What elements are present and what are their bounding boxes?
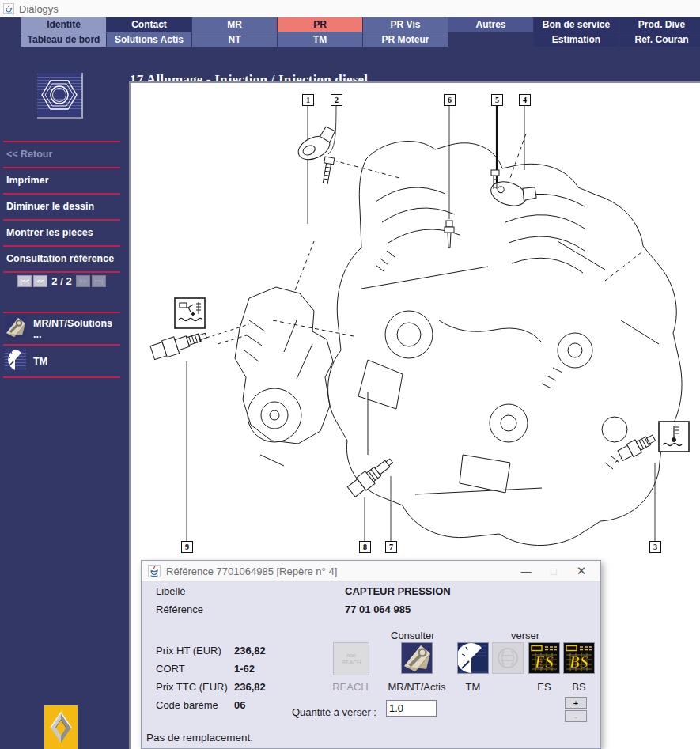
bs-button[interactable]: BS — [563, 642, 595, 674]
shortcut-tm-label: TM — [33, 356, 47, 367]
pager-page-label: 2 / 2 — [51, 275, 71, 287]
prix-ht-label: Prix HT (EUR) — [156, 645, 221, 656]
tab-contact[interactable]: Contact — [107, 17, 191, 32]
code-bareme-value: 06 — [234, 699, 245, 711]
sidebar-item-imprimer[interactable]: Imprimer — [3, 167, 120, 193]
tab-tm[interactable]: TM — [278, 32, 362, 47]
tab-estimation[interactable]: Estimation — [534, 32, 619, 47]
dialog-titlebar[interactable]: Référence 7701064985 [Repère n° 4] — □ ✕ — [142, 561, 600, 582]
tab-ref-courantes[interactable]: Ref. Couran — [619, 32, 700, 47]
tm-gauge-button[interactable] — [457, 642, 489, 674]
reach-button-inner-text: non REACH — [339, 652, 363, 666]
prix-ht-value: 236,82 — [234, 645, 266, 656]
callout-2[interactable]: 2 — [331, 94, 342, 106]
callout-4[interactable]: 4 — [519, 94, 531, 106]
bs-label: BS — [563, 681, 595, 693]
tab-prod-divers[interactable]: Prod. Dive — [619, 17, 700, 32]
java-app-icon — [3, 3, 14, 14]
minimize-button[interactable]: — — [515, 566, 537, 577]
replacement-note: Pas de remplacement. — [146, 732, 253, 743]
sidebar-item-retour[interactable]: << Retour — [3, 141, 120, 167]
reference-value: 77 01 064 985 — [345, 603, 411, 615]
dialog-body: Libellé CAPTEUR PRESSION Référence 77 01… — [142, 582, 600, 748]
dialogys-app: Dialogys Identité Contact MR PR PR Vis A… — [0, 0, 700, 749]
tab-tableau-de-bord[interactable]: Tableau de bord — [21, 32, 106, 47]
cort-label: CORT — [156, 663, 185, 675]
reference-label: Référence — [156, 603, 203, 615]
tab-pr-moteur[interactable]: PR Moteur — [363, 32, 448, 47]
shortcut-mrnt-label: MR/NT/Solutions ... — [33, 318, 120, 340]
libelle-value: CAPTEUR PRESSION — [345, 585, 451, 597]
callout-8[interactable]: 8 — [359, 541, 371, 553]
sidebar-item-tm[interactable]: TM — [3, 344, 120, 378]
gauge-icon — [458, 643, 488, 673]
es-label: ES — [528, 681, 560, 693]
tab-pr-vis[interactable]: PR Vis — [363, 17, 448, 32]
tab-solutions-actis[interactable]: Solutions Actis — [107, 32, 191, 47]
callout-9[interactable]: 9 — [181, 541, 193, 553]
gauge-icon — [5, 349, 26, 373]
pager-next-button[interactable]: >> — [76, 275, 90, 287]
sidebar-item-consultation-reference[interactable]: Consultation référence — [3, 245, 120, 273]
tab-row-2: Tableau de bord Solutions Actis NT TM PR… — [0, 32, 700, 47]
sidebar-item-diminuer-le-dessin[interactable]: Diminuer le dessin — [3, 193, 120, 219]
quantity-minus-button[interactable]: - — [565, 710, 587, 722]
tab-bar: Identité Contact MR PR PR Vis Autres Bon… — [0, 17, 700, 47]
pager-prev-button[interactable]: << — [33, 275, 47, 287]
close-button[interactable]: ✕ — [570, 564, 592, 578]
callout-7[interactable]: 7 — [385, 541, 397, 553]
hex-nut-graphic — [37, 73, 81, 117]
callout-1[interactable]: 1 — [302, 94, 314, 106]
tab-bon-de-service[interactable]: Bon de service — [534, 17, 619, 32]
sidebar-item-mrnt-solutions[interactable]: MR/NT/Solutions ... — [3, 312, 120, 344]
quantity-input[interactable] — [386, 700, 437, 717]
java-dialog-icon — [148, 565, 161, 577]
tab-autres[interactable]: Autres — [448, 17, 533, 32]
callout-5[interactable]: 5 — [491, 94, 503, 106]
tab-pr-active[interactable]: PR — [278, 17, 362, 32]
quantity-plus-button[interactable]: + — [565, 697, 587, 709]
reach-button[interactable]: non REACH — [333, 642, 369, 675]
mrnt-actis-button[interactable] — [401, 642, 433, 674]
reference-dialog: Référence 7701064985 [Repère n° 4] — □ ✕… — [141, 560, 601, 749]
callout-3[interactable]: 3 — [649, 541, 661, 553]
sidebar-menu: << Retour Imprimer Diminuer le dessin Mo… — [3, 141, 120, 273]
tab-empty-cell — [448, 32, 533, 47]
libelle-label: Libellé — [156, 585, 186, 597]
hex-nut-icon[interactable] — [37, 73, 83, 119]
tab-row-1: Identité Contact MR PR PR Vis Autres Bon… — [0, 17, 700, 32]
cort-value: 1-62 — [234, 663, 255, 675]
bs-register-icon: BS — [564, 643, 594, 673]
code-bareme-label: Code barème — [156, 699, 218, 711]
es-button[interactable]: ES — [528, 642, 560, 674]
sidebar-shortcuts: MR/NT/Solutions ... TM — [3, 312, 120, 378]
sidebar: << Retour Imprimer Diminuer le dessin Mo… — [0, 46, 123, 749]
verser-section-label: verser — [511, 630, 539, 641]
wrench-doc-icon — [402, 643, 432, 673]
callout-6[interactable]: 6 — [444, 94, 456, 106]
sidebar-item-montrer-les-pieces[interactable]: Montrer les pièces — [3, 219, 120, 245]
app-title: Dialogys — [19, 3, 59, 15]
es-icon-letters: ES — [534, 653, 554, 671]
faded-emblem-icon — [493, 643, 523, 673]
page-navigator: |<< << 2 / 2 >> >>| — [3, 275, 120, 287]
reach-label: REACH — [330, 681, 371, 693]
tab-identite[interactable]: Identité — [21, 17, 106, 32]
prix-ttc-value: 236,82 — [234, 681, 266, 693]
consulter-section-label: Consulter — [391, 630, 435, 641]
maximize-button[interactable]: □ — [543, 566, 565, 577]
wrench-icon — [5, 316, 26, 341]
window-titlebar: Dialogys — [0, 0, 700, 17]
pager-first-button[interactable]: |<< — [17, 275, 32, 287]
renault-logo — [44, 705, 78, 749]
tab-nt[interactable]: NT — [192, 32, 277, 47]
es-register-icon: ES — [529, 643, 559, 673]
prix-ttc-label: Prix TTC (EUR) — [156, 681, 228, 693]
tm-label: TM — [457, 681, 489, 693]
pager-last-button[interactable]: >>| — [92, 275, 106, 287]
dialog-title: Référence 7701064985 [Repère n° 4] — [166, 566, 509, 577]
tab-mr[interactable]: MR — [192, 17, 277, 32]
bs-icon-letters: BS — [569, 653, 588, 671]
quantity-label: Quantité à verser : — [292, 706, 376, 718]
verser-disabled-button[interactable] — [492, 642, 524, 674]
